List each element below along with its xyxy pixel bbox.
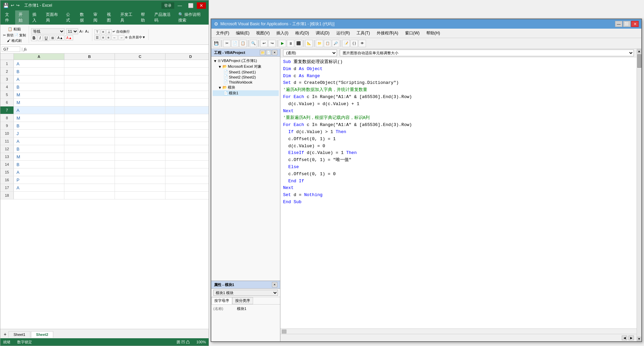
cell-15-C[interactable] bbox=[115, 168, 165, 176]
cell-17-B[interactable] bbox=[64, 184, 115, 191]
project-pane-close[interactable]: ✕ bbox=[272, 50, 277, 55]
grid-row-9[interactable]: 9B bbox=[0, 122, 209, 130]
cell-4-a[interactable]: B bbox=[14, 83, 64, 91]
font-size-select[interactable]: 11 bbox=[66, 28, 78, 34]
vba-tb-obj-browser[interactable]: 🔎 bbox=[332, 40, 339, 47]
col-header-d[interactable]: D bbox=[165, 54, 209, 60]
excel-menu-layout[interactable]: 页面布局 bbox=[42, 10, 63, 25]
cell-9-B[interactable] bbox=[64, 122, 115, 129]
italic-btn[interactable]: I bbox=[38, 35, 42, 41]
vba-restore-btn[interactable]: ⬜ bbox=[623, 21, 631, 27]
cell-1-a[interactable]: A bbox=[14, 60, 64, 67]
excel-login-btn[interactable]: 登录 bbox=[161, 2, 174, 9]
formula-input[interactable] bbox=[28, 47, 207, 51]
col-header-c[interactable]: C bbox=[115, 54, 165, 60]
cell-16-B[interactable] bbox=[64, 176, 115, 184]
cell-14-B[interactable] bbox=[64, 161, 115, 168]
grid-row-18[interactable]: 18 bbox=[0, 192, 209, 199]
properties-select[interactable]: 模块1 模块 bbox=[213, 290, 278, 296]
excel-menu-home[interactable]: 开始 bbox=[15, 10, 29, 25]
indent-inc-btn[interactable]: → bbox=[118, 35, 124, 40]
vba-code-scrollbar-bottom[interactable] bbox=[280, 328, 637, 334]
vba-tb-redo[interactable]: ↪ bbox=[268, 40, 276, 47]
cell-2-D[interactable] bbox=[165, 68, 209, 75]
tree-item-sheet1[interactable]: 📄 Sheet1 (Sheet1) bbox=[213, 69, 279, 74]
fill-color-btn[interactable]: A▲ bbox=[56, 35, 64, 40]
wrap-text-btn[interactable]: ↵ 自动换行 bbox=[113, 29, 130, 34]
code-module-select[interactable]: (通用) bbox=[283, 50, 337, 56]
cell-1-C[interactable] bbox=[115, 60, 165, 67]
cell-12-B[interactable] bbox=[64, 145, 115, 153]
vba-menu-edit[interactable]: 编辑(E) bbox=[233, 29, 253, 37]
font-color-btn[interactable]: A▲ bbox=[65, 35, 73, 40]
scroll-thumb-v[interactable] bbox=[637, 54, 641, 68]
tree-item-vbaproject[interactable]: ▼ ⊞ VBAProject (工作簿1) bbox=[213, 58, 279, 64]
vba-menu-file[interactable]: 文件(F) bbox=[213, 29, 233, 37]
excel-menu-insert[interactable]: 插入 bbox=[29, 10, 42, 25]
cell-9-D[interactable] bbox=[165, 122, 209, 129]
excel-menu-help[interactable]: 帮助 bbox=[137, 10, 151, 25]
underline-btn[interactable]: U bbox=[43, 35, 50, 41]
cell-6-C[interactable] bbox=[115, 99, 165, 106]
cell-15-a[interactable]: A bbox=[14, 168, 64, 176]
bold-btn[interactable]: B bbox=[31, 35, 37, 41]
cell-13-a[interactable]: M bbox=[14, 153, 64, 160]
grid-row-2[interactable]: 2B bbox=[0, 68, 209, 75]
cell-16-C[interactable] bbox=[115, 176, 165, 184]
cell-13-B[interactable] bbox=[64, 153, 115, 160]
border-btn[interactable]: ⊞ bbox=[50, 35, 55, 40]
cell-6-D[interactable] bbox=[165, 99, 209, 106]
scroll-thumb[interactable] bbox=[282, 329, 286, 334]
excel-menu-file[interactable]: 文件 bbox=[2, 10, 15, 25]
cell-17-a[interactable]: A bbox=[14, 184, 64, 191]
grid-row-10[interactable]: 10J bbox=[0, 130, 209, 137]
name-box[interactable] bbox=[2, 46, 20, 52]
cell-16-a[interactable]: P bbox=[14, 176, 64, 184]
grid-row-11[interactable]: 11A bbox=[0, 137, 209, 145]
cell-16-D[interactable] bbox=[165, 176, 209, 184]
tree-item-module1[interactable]: 📄 模块1 bbox=[213, 90, 279, 96]
vba-tb-copy[interactable]: 📄 bbox=[231, 40, 239, 47]
cell-6-a[interactable]: M bbox=[14, 99, 64, 106]
indent-dec-btn[interactable]: ← bbox=[112, 35, 118, 40]
cell-12-D[interactable] bbox=[165, 145, 209, 153]
tree-item-msexcel[interactable]: ▼ 📂 Microsoft Excel 对象 bbox=[213, 64, 279, 69]
grid-row-5[interactable]: 5M bbox=[0, 91, 209, 99]
tab-sheet1[interactable]: Sheet1 bbox=[8, 331, 30, 338]
excel-menu-dev[interactable]: 开发工具 bbox=[117, 10, 137, 25]
cell-3-C[interactable] bbox=[115, 75, 165, 83]
align-bot-btn[interactable]: ⊥ bbox=[106, 29, 112, 34]
cell-10-D[interactable] bbox=[165, 130, 209, 137]
vba-tb-cut[interactable]: ✂ bbox=[223, 40, 231, 47]
properties-pane-close[interactable]: ✕ bbox=[272, 282, 277, 287]
cell-4-B[interactable] bbox=[64, 83, 115, 91]
cell-18-a[interactable] bbox=[14, 192, 64, 199]
excel-menu-activate[interactable]: 产品激活码 bbox=[151, 10, 175, 25]
grid-row-15[interactable]: 15A bbox=[0, 168, 209, 176]
cell-1-D[interactable] bbox=[165, 60, 209, 67]
copy-btn[interactable]: 📄 复制 bbox=[14, 33, 26, 38]
vba-code-editor[interactable]: Sub 重复数据处理设置标识() Dim d As Object Dim c A… bbox=[280, 57, 637, 328]
align-left-btn[interactable]: ☰ bbox=[94, 35, 100, 40]
cell-14-D[interactable] bbox=[165, 161, 209, 168]
cell-11-D[interactable] bbox=[165, 137, 209, 145]
vba-tb-save[interactable]: 💾 bbox=[213, 40, 220, 47]
cell-11-C[interactable] bbox=[115, 137, 165, 145]
cell-10-B[interactable] bbox=[64, 130, 115, 137]
scroll-down-btn[interactable]: ▼ bbox=[637, 337, 642, 341]
excel-close-btn[interactable]: ✕ bbox=[197, 2, 206, 9]
props-tab-category[interactable]: 按分类序 bbox=[232, 297, 253, 304]
vba-code-scrollbar-right[interactable]: ▲ ▼ bbox=[637, 49, 641, 341]
vba-menu-run[interactable]: 运行(R) bbox=[333, 29, 354, 37]
cell-7-C[interactable] bbox=[115, 106, 165, 114]
col-header-a[interactable]: A bbox=[14, 54, 64, 60]
scroll-up-btn[interactable]: ▲ bbox=[637, 49, 642, 54]
vba-minimize-btn[interactable]: — bbox=[615, 21, 622, 27]
cell-8-a[interactable]: M bbox=[14, 114, 64, 122]
tree-item-modules[interactable]: ▼ 📂 模块 bbox=[213, 85, 279, 90]
cell-15-D[interactable] bbox=[165, 168, 209, 176]
vba-tb-reset[interactable]: ⬛ bbox=[295, 40, 302, 47]
function-icon[interactable]: 𝑓𝑥 bbox=[24, 47, 27, 52]
cell-13-C[interactable] bbox=[115, 153, 165, 160]
cell-12-a[interactable]: B bbox=[14, 145, 64, 153]
